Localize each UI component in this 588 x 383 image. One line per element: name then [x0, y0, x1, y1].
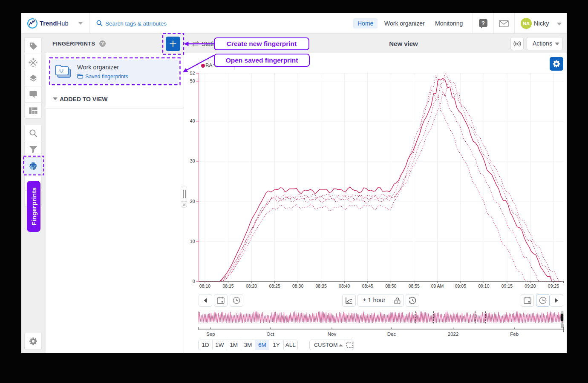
gear-icon	[553, 60, 561, 68]
search-tool-icon	[29, 129, 37, 137]
fingerprints-panel: Work organizer Saved fingerprints ADDED …	[46, 53, 184, 353]
x-tick-label: 08:40	[339, 283, 350, 289]
card-link[interactable]: Saved fingerprints	[85, 74, 128, 80]
mail-icon[interactable]	[499, 20, 509, 27]
panel-resize-handle[interactable]	[181, 186, 187, 208]
y-tick-label: 52	[190, 71, 195, 76]
app-window: TrendHub Search tags & attributes HomeWo…	[21, 13, 567, 353]
chevron-up-icon	[339, 344, 343, 347]
month-label: 2022	[448, 332, 459, 337]
sidebar-tool-settings[interactable]	[24, 333, 42, 349]
user-name[interactable]: Nicky	[534, 20, 549, 27]
nav-item-work-organizer[interactable]: Work organizer	[380, 18, 429, 29]
fit-view-icon[interactable]	[346, 342, 353, 348]
x-tick-label: 08:30	[292, 283, 303, 289]
search-input[interactable]: Search tags & attributes	[105, 20, 167, 27]
month-label: Nov	[328, 332, 337, 337]
actions-chevron-down-icon	[555, 43, 559, 46]
x-tick-label: 08:35	[316, 283, 327, 289]
search-icon	[96, 20, 103, 26]
fingerprint-icon	[28, 161, 38, 171]
x-tick-label: 09:20	[525, 283, 536, 289]
user-chevron-down-icon[interactable]	[557, 23, 562, 26]
x-tick-label: 09 AM	[431, 283, 444, 289]
y-tick-label: 30	[190, 158, 195, 163]
month-label: Oct	[266, 332, 274, 337]
tutorial-label-create: Create new fingerprint	[214, 37, 309, 50]
avatar[interactable]: NA	[521, 18, 532, 29]
pan-right-button[interactable]	[550, 294, 563, 307]
x-tick-label: 09:15	[502, 283, 513, 289]
history-button[interactable]	[406, 294, 419, 307]
set-start-time-button[interactable]	[230, 294, 243, 307]
zoom-preset-1d[interactable]: 1D	[199, 340, 213, 350]
zoom-preset-6m[interactable]: 6M	[255, 340, 269, 350]
tag-icon	[29, 42, 37, 50]
comment-icon	[29, 90, 37, 98]
trend-compare-icon	[345, 297, 353, 305]
chart-settings-button[interactable]	[550, 57, 563, 71]
top-navbar: TrendHub Search tags & attributes HomeWo…	[21, 13, 567, 34]
zoom-preset-1y[interactable]: 1Y	[269, 340, 283, 350]
set-end-time-button[interactable]	[536, 294, 550, 307]
y-tick-label: 40	[190, 118, 195, 123]
zoom-preset-3m[interactable]: 3M	[241, 340, 255, 350]
chevron-left-icon	[204, 298, 207, 303]
close-icon[interactable]	[182, 203, 186, 206]
context-axis: SepOctNovDec2022Feb	[194, 327, 567, 338]
brand-chevron-down-icon[interactable]	[78, 22, 83, 25]
zoom-preset-all[interactable]: ALL	[284, 340, 297, 350]
compare-mode-button[interactable]	[342, 294, 356, 307]
saved-fingerprints-card[interactable]: Work organizer Saved fingerprints	[50, 60, 179, 84]
set-start-date-button[interactable]	[214, 294, 228, 307]
x-tick-label: 08:15	[222, 283, 233, 289]
custom-range-button[interactable]: CUSTOM	[314, 342, 338, 348]
x-tick-label: 08:25	[269, 283, 280, 289]
trendhub-logo-icon	[27, 18, 38, 29]
clock-icon	[539, 297, 547, 305]
x-tick-label: 08:10	[199, 283, 210, 289]
sidebar-tool-dashboards[interactable]	[24, 102, 42, 119]
help-icon[interactable]: ?	[478, 19, 488, 29]
section-collapse-icon[interactable]	[53, 97, 58, 100]
panel-divider	[46, 108, 184, 109]
sidebar-tool-layers[interactable]	[24, 70, 42, 86]
dashboard-icon	[29, 107, 37, 114]
sidebar-tool-tags[interactable]	[24, 37, 42, 54]
sidebar-tool-comments[interactable]	[24, 86, 42, 103]
nav-item-home[interactable]: Home	[353, 18, 378, 29]
x-tick-label: 09:05	[455, 283, 466, 289]
group-divider	[391, 294, 391, 306]
zoom-preset-1w[interactable]: 1W	[213, 340, 227, 350]
brush-handle[interactable]	[561, 314, 563, 321]
navbar-divider	[514, 13, 515, 33]
live-mode-button[interactable]	[510, 37, 524, 50]
calendar-icon	[217, 297, 225, 305]
nav-item-monitoring[interactable]: Monitoring	[431, 18, 467, 29]
panel-help-icon[interactable]: ?	[99, 40, 106, 47]
x-tick-label: 08:20	[246, 283, 257, 289]
folder-smiley-icon	[54, 63, 72, 80]
pan-left-button[interactable]	[199, 294, 212, 307]
zoom-preset-1m[interactable]: 1M	[227, 340, 241, 350]
sidebar-tool-fingerprints[interactable]	[24, 157, 42, 174]
create-fingerprint-button[interactable]	[166, 37, 180, 51]
fingerprints-flag-button[interactable]: Fingerprints	[27, 181, 40, 232]
y-tick-label: 10	[190, 239, 195, 244]
folder-icon	[77, 74, 83, 79]
sidebar-tool-formulas[interactable]	[24, 54, 42, 70]
sidebar-tool-search[interactable]	[24, 125, 42, 141]
lock-icon[interactable]	[394, 297, 401, 305]
handle-divider	[181, 201, 187, 202]
set-end-date-button[interactable]	[521, 294, 534, 307]
time-range-button[interactable]: ± 1 hour	[357, 297, 391, 303]
context-strip[interactable]	[198, 311, 564, 324]
y-tick-label: 20	[190, 199, 195, 204]
sidebar-tool-filter[interactable]	[24, 141, 42, 157]
navbar-divider	[89, 13, 90, 33]
clock-icon	[233, 297, 241, 305]
month-label: Feb	[510, 332, 519, 337]
trend-chart[interactable]: 010203040505208:1008:1508:2008:2508:3008…	[184, 53, 567, 294]
y-tick-label: 50	[190, 78, 195, 83]
x-tick-label: 09:25	[548, 283, 559, 289]
